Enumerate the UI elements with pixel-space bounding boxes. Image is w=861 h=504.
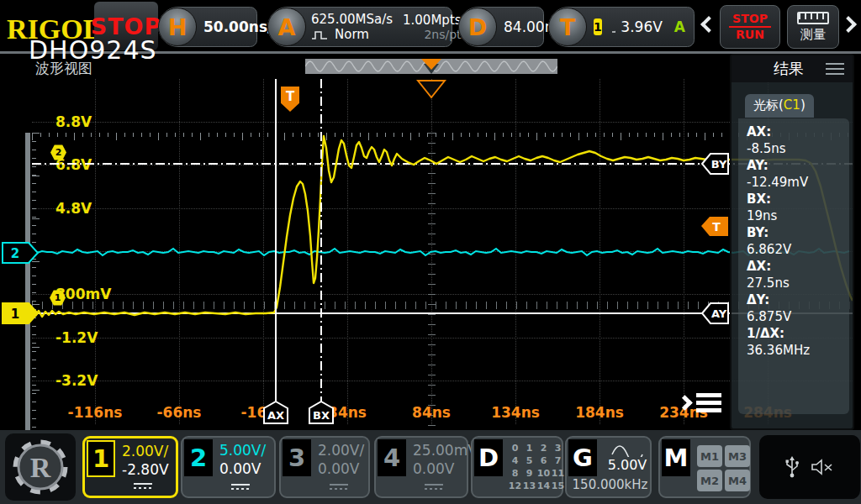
math-slot-m2[interactable]: M2 [697, 470, 722, 491]
channel-2-button[interactable]: 25.00V/0.00V [181, 436, 276, 498]
horizontal-overview-bar[interactable] [305, 59, 557, 74]
digital-channel-number: 8 [508, 468, 522, 480]
digital-channel-number: 1 [522, 443, 536, 455]
toolbar-prev-icon[interactable] [700, 16, 717, 33]
math-grid: M1M3M2M4 [697, 445, 750, 491]
svg-text:R: R [30, 452, 51, 483]
math-slot-m3[interactable]: M3 [725, 445, 750, 467]
channel-offset: -2.80V [122, 461, 169, 478]
result-row-label: ΔY: [747, 291, 849, 308]
digital-channel-number: 7 [551, 455, 565, 468]
dc-dashes [134, 487, 152, 489]
gear-logo-icon: R [9, 436, 71, 498]
svg-text:AX: AX [267, 409, 284, 422]
cursor-bx-marker[interactable]: BX [309, 401, 334, 424]
dc-dashes [425, 488, 443, 490]
digital-channel-number: 5 [522, 455, 536, 468]
result-row-label: AY: [747, 157, 849, 174]
math-slot-m1[interactable]: M1 [697, 445, 722, 467]
digital-channel-number: 15 [551, 480, 565, 493]
digital-channel-number: 14 [536, 480, 551, 493]
digital-channel-number: 4 [508, 455, 522, 468]
digital-channel-number: 2 [536, 443, 551, 455]
dc-line [134, 483, 152, 485]
channel-scale: 5.00V/ [219, 442, 266, 459]
dc-line [425, 484, 443, 486]
result-row-label: BX: [747, 191, 849, 207]
cursor-ax-marker[interactable]: AX [263, 401, 288, 424]
digital-channel-number: 13 [522, 480, 536, 493]
digital-channel-number: 11 [551, 468, 565, 480]
trigger-knob-icon[interactable]: T [548, 8, 587, 46]
acquire-knob-icon[interactable]: A [267, 8, 306, 46]
math-label: M [662, 439, 690, 476]
delay-knob-icon[interactable]: D [458, 8, 497, 46]
channel1-ground-marker[interactable]: 1 [2, 302, 40, 324]
results-tab-cursor[interactable]: 光标(C1) [745, 94, 814, 118]
digital-channel-number: 0 [508, 443, 522, 455]
digital-channel-number: 12 [508, 480, 522, 493]
acquire-settings-button[interactable]: A 625.00MSa/s Norm 1.00Mpts 2ns/pt [267, 7, 452, 47]
math-slot-m4[interactable]: M4 [725, 470, 750, 491]
digital-channel-number: 9 [522, 468, 536, 480]
digital-label: D [474, 439, 503, 476]
channel-3-button[interactable]: 32.00V/0.00V [279, 436, 370, 498]
trigger-settings-button[interactable]: T 1 3.96V A [548, 7, 695, 47]
delay-settings-button[interactable]: D 84.00ns [458, 7, 544, 47]
svg-text:BX: BX [313, 409, 330, 422]
result-row-label: ΔX: [747, 258, 849, 275]
result-row-value: -12.49mV [747, 174, 849, 191]
channel-offset: 0.00V [413, 460, 454, 477]
generator-amplitude: 5.00V [602, 457, 652, 473]
trigger-level-marker[interactable]: T [700, 216, 729, 237]
square-wave-icon [311, 29, 331, 40]
results-header[interactable]: 结果 [732, 55, 853, 82]
channel-4-button[interactable]: 425.00mV/0.00V [374, 436, 468, 498]
result-row-label: BY: [747, 224, 849, 241]
svg-text:2: 2 [11, 246, 19, 261]
result-row-value: -8.5ns [747, 140, 849, 157]
result-row-value: 27.5ns [747, 275, 849, 291]
channel-number: 3 [283, 439, 311, 476]
model-name: DHO924S [29, 35, 157, 65]
result-row-value: 6.862V [747, 241, 849, 258]
stop-run-button[interactable]: STOP RUN [720, 5, 780, 49]
trigger-position-icon[interactable] [416, 79, 446, 99]
channel2-ground-marker[interactable]: 2 [2, 242, 40, 264]
channel-scale: 2.00V/ [318, 442, 364, 459]
results-title: 结果 [732, 59, 826, 79]
cursor-ay-marker[interactable]: AY [701, 302, 730, 324]
result-row-value: 36.36MHz [747, 342, 849, 359]
rigol-gear-button[interactable]: R [5, 433, 76, 501]
status-io-box [759, 435, 860, 499]
expand-menu-button[interactable] [679, 390, 721, 416]
channel-number: 2 [184, 439, 213, 476]
results-panel: 结果 光标(C1) AX:-8.5nsAY:-12.49mVBX:19nsBY:… [730, 54, 854, 430]
generator-button[interactable]: G 5.00V 150.000kHz [565, 436, 652, 498]
channel-1-button[interactable]: 12.00V/-2.80V [82, 436, 178, 498]
usb-icon [785, 456, 799, 478]
toolbar-next-icon[interactable] [840, 16, 857, 33]
hamburger-menu-icon[interactable] [826, 60, 844, 78]
dc-dashes [231, 488, 250, 490]
channel-number: 1 [87, 440, 115, 477]
bottom-toolbar: R 12.00V/-2.80V25.00V/0.00V32.00V/0.00V4… [0, 430, 861, 504]
math-button[interactable]: M M1M3M2M4 [658, 436, 751, 498]
measure-button[interactable]: 测量 [787, 5, 839, 49]
result-row-value: 6.875V [747, 308, 849, 325]
menu-lines-icon [696, 390, 721, 416]
dc-coupling-icon [425, 484, 443, 490]
dc-coupling-icon [330, 484, 348, 490]
dc-dashes [330, 488, 348, 490]
cursor-by-marker[interactable]: BY [701, 153, 730, 175]
results-body: AX:-8.5nsAY:-12.49mVBX:19nsBY:6.862VΔX:2… [738, 118, 849, 414]
svg-text:AY: AY [711, 307, 727, 320]
oscilloscope-screen: 8.8V6.8V4.8V800mV-1.2V-3.2V-116ns-66ns-1… [0, 0, 861, 504]
speaker-muted-icon[interactable] [811, 457, 834, 477]
digital-channel-grid: 0123456789101112131415 [508, 443, 565, 493]
digital-channels-button[interactable]: D 0123456789101112131415 [471, 436, 563, 498]
horizontal-settings-button[interactable]: H 50.00ns/ [158, 7, 257, 47]
channel-scale: 2.00V/ [122, 443, 168, 459]
horizontal-knob-icon[interactable]: H [158, 8, 197, 46]
generator-frequency: 150.000kHz [568, 477, 652, 492]
